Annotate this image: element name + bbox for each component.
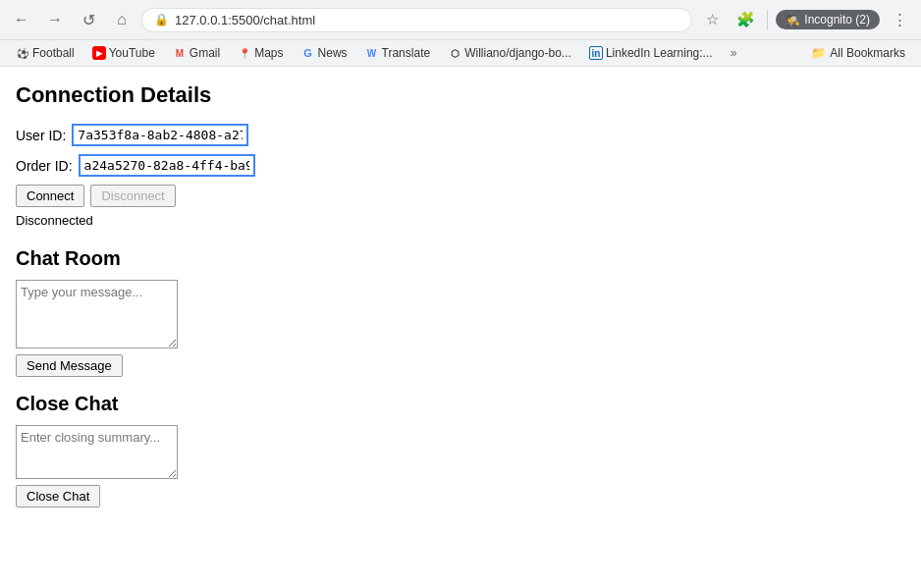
page-content: Connection Details User ID: Order ID: Co…: [0, 67, 921, 523]
menu-button[interactable]: ⋮: [886, 6, 913, 33]
incognito-icon: 🕵️: [786, 13, 800, 27]
bookmark-news[interactable]: G News: [294, 43, 355, 63]
browser-chrome: ← → ↺ ⌂ 🔒 127.0.0.1:5500/chat.html ☆ 🧩 🕵…: [0, 0, 921, 67]
home-button[interactable]: ⌂: [108, 6, 135, 33]
all-bookmarks-label: All Bookmarks: [830, 46, 905, 60]
bookmarks-right: 📁 All Bookmarks: [803, 43, 913, 63]
forward-button[interactable]: →: [41, 6, 69, 33]
incognito-button[interactable]: 🕵️ Incognito (2): [776, 10, 880, 29]
page-title: Connection Details: [16, 82, 905, 108]
order-id-input[interactable]: [79, 154, 255, 177]
address-bar[interactable]: 🔒 127.0.0.1:5500/chat.html: [141, 8, 692, 32]
all-bookmarks-folder[interactable]: 📁 All Bookmarks: [803, 43, 913, 63]
youtube-icon: ▶: [92, 46, 106, 60]
folder-icon: 📁: [811, 46, 826, 60]
maps-icon: 📍: [238, 46, 251, 60]
star-button[interactable]: ☆: [698, 6, 726, 33]
football-icon: ⚽: [16, 46, 29, 60]
bookmark-maps[interactable]: 📍 Maps: [230, 43, 291, 63]
send-message-button[interactable]: Send Message: [16, 354, 123, 377]
bookmark-linkedin-label: LinkedIn Learning:...: [606, 46, 713, 60]
user-id-label: User ID:: [16, 128, 66, 143]
news-icon: G: [301, 46, 315, 60]
close-chat-section: Close Chat Close Chat: [16, 393, 905, 508]
bookmark-news-label: News: [318, 46, 348, 60]
bookmark-linkedin[interactable]: in LinkedIn Learning:...: [581, 43, 721, 63]
bookmarks-overflow-button[interactable]: »: [725, 43, 743, 63]
chat-room-title: Chat Room: [16, 247, 905, 270]
lock-icon: 🔒: [154, 13, 169, 27]
disconnect-button[interactable]: Disconnect: [90, 185, 175, 207]
bookmark-youtube[interactable]: ▶ YouTube: [84, 43, 163, 63]
gmail-icon: M: [173, 46, 187, 60]
connection-status: Disconnected: [16, 213, 905, 228]
address-text: 127.0.0.1:5500/chat.html: [175, 13, 679, 27]
browser-toolbar: ← → ↺ ⌂ 🔒 127.0.0.1:5500/chat.html ☆ 🧩 🕵…: [0, 0, 921, 40]
message-input[interactable]: [16, 280, 178, 348]
toolbar-divider: [767, 10, 768, 29]
user-id-row: User ID:: [16, 124, 905, 146]
github-icon: ⬡: [448, 46, 461, 60]
bookmarks-bar: ⚽ Football ▶ YouTube M Gmail 📍 Maps G Ne…: [0, 40, 921, 67]
connection-buttons: Connect Disconnect: [16, 185, 905, 207]
user-id-input[interactable]: [72, 124, 248, 146]
bookmark-github-label: Williano/django-bo...: [464, 46, 571, 60]
close-chat-button[interactable]: Close Chat: [16, 485, 100, 508]
extensions-button[interactable]: 🧩: [731, 6, 759, 33]
order-id-label: Order ID:: [16, 158, 73, 174]
reload-button[interactable]: ↺: [75, 6, 102, 33]
translate-icon: W: [365, 46, 379, 60]
bookmark-gmail-label: Gmail: [190, 46, 220, 60]
connect-button[interactable]: Connect: [16, 185, 84, 207]
bookmark-translate[interactable]: W Translate: [357, 43, 439, 63]
bookmark-youtube-label: YouTube: [109, 46, 155, 60]
incognito-label: Incognito (2): [804, 13, 870, 27]
order-id-row: Order ID:: [16, 154, 905, 177]
back-button[interactable]: ←: [8, 6, 35, 33]
closing-summary-input[interactable]: [16, 425, 178, 479]
bookmark-football-label: Football: [32, 46, 75, 60]
bookmark-maps-label: Maps: [254, 46, 283, 60]
bookmark-gmail[interactable]: M Gmail: [165, 43, 228, 63]
bookmark-football[interactable]: ⚽ Football: [8, 43, 82, 63]
close-chat-title: Close Chat: [16, 393, 905, 415]
bookmark-translate-label: Translate: [382, 46, 431, 60]
linkedin-icon: in: [589, 46, 603, 60]
bookmark-github[interactable]: ⬡ Williano/django-bo...: [440, 43, 579, 63]
